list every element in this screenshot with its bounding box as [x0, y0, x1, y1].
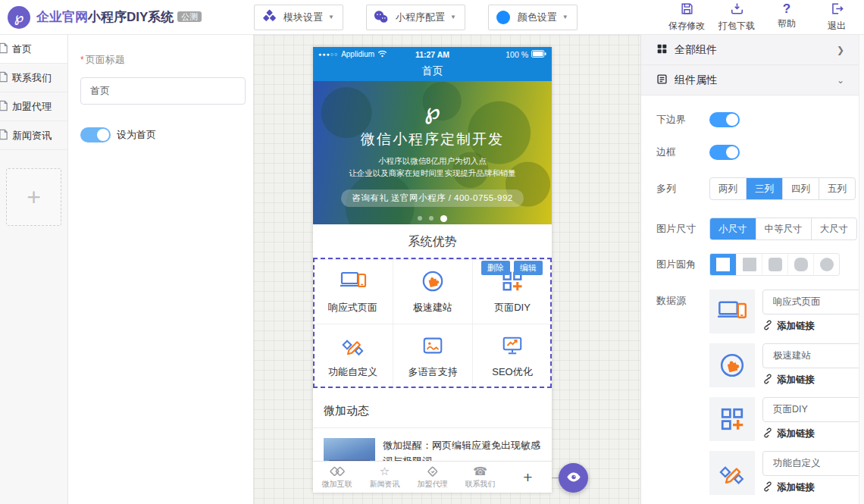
- hero-banner[interactable]: ℘ 微信小程序定制开发 小程序以微信8亿用户为切入点 让企业以及商家在短时间里实…: [313, 81, 552, 224]
- prop-row-border: 边框: [656, 145, 864, 160]
- tab-bar-item[interactable]: 加盟代理: [409, 462, 456, 493]
- download-button[interactable]: 打包下载: [715, 2, 758, 33]
- weijia-icon: [329, 465, 346, 478]
- columns-option[interactable]: 两列: [710, 178, 746, 199]
- panel-scrollbar[interactable]: [859, 35, 864, 504]
- color-settings-dropdown[interactable]: 颜色设置 ▼: [488, 5, 578, 30]
- page-list-items: 首页联系我们加盟代理新闻资讯: [0, 35, 67, 150]
- app-logo-icon: ℘: [8, 6, 30, 29]
- carousel-dot[interactable]: [440, 215, 447, 222]
- set-home-toggle[interactable]: [80, 127, 111, 142]
- color-circle-icon: [489, 11, 518, 24]
- data-source-item: 添加链接: [709, 397, 864, 441]
- tab-bar-item[interactable]: 微加互联: [313, 462, 361, 493]
- tab-bar-add-button[interactable]: +: [504, 462, 552, 493]
- prop-row-columns: 多列 两列三列四列五列: [656, 177, 864, 200]
- page-item-label: 新闻资讯: [12, 129, 52, 142]
- feature-cell[interactable]: 功能自定义: [313, 324, 393, 388]
- module-settings-label: 模块设置: [283, 11, 323, 24]
- image-radius-option[interactable]: [813, 254, 839, 275]
- data-source-fields: 添加链接: [762, 343, 864, 387]
- edit-component-button[interactable]: 编辑: [514, 261, 543, 275]
- image-size-option[interactable]: 中等尺寸: [756, 218, 811, 239]
- page-list-item[interactable]: 新闻资讯: [0, 121, 67, 150]
- component-properties-body: 下边界 边框 多列 两列三列四列五列 图片尺寸 小尺寸中等尺寸大尺寸 图片圆角 …: [641, 95, 864, 504]
- exit-button[interactable]: 退出: [815, 2, 858, 33]
- hero-subtitle-line2: 让企业以及商家在短时间里实现提升品牌和销量: [313, 167, 552, 179]
- columns-option[interactable]: 五列: [819, 178, 855, 199]
- feature-cell[interactable]: 多语言支持: [393, 324, 472, 388]
- editor-canvas: ●●●○○ Applidium 11:27 AM 100 % 首页 ℘ 微信小程…: [254, 35, 640, 504]
- page-list-item[interactable]: 加盟代理: [0, 92, 67, 121]
- radius-shape: [769, 258, 782, 271]
- border-toggle[interactable]: [709, 145, 740, 160]
- eye-icon: [566, 471, 581, 485]
- data-source-value-input[interactable]: [762, 290, 864, 315]
- bottom-border-toggle[interactable]: [709, 112, 740, 127]
- wechat-icon: [367, 9, 396, 25]
- download-label: 打包下载: [718, 20, 755, 33]
- add-link-button[interactable]: 添加链接: [762, 320, 864, 333]
- clock-label: 11:27 AM: [415, 50, 449, 59]
- header: ℘ 企业官网小程序DIY系统公测 模块设置 ▼ 小程序配置 ▼ 颜色设置 ▼: [0, 0, 864, 35]
- data-source-item: 添加链接: [709, 451, 864, 495]
- tab-bar-item[interactable]: ☆新闻资讯: [361, 462, 409, 493]
- module-settings-dropdown[interactable]: 模块设置 ▼: [254, 5, 343, 30]
- tab-bar-item-label: 加盟代理: [418, 479, 448, 490]
- phone-tab-bar: 微加互联☆新闻资讯加盟代理☎联系我们+: [313, 461, 552, 493]
- required-mark: *: [80, 55, 84, 65]
- data-source-item: 添加链接: [709, 343, 864, 387]
- image-size-segmented-control: 小尺寸中等尺寸大尺寸: [709, 218, 857, 240]
- component-properties-header[interactable]: 组件属性 ⌄: [641, 65, 864, 95]
- data-source-value-input[interactable]: [762, 343, 864, 368]
- phone-preview: ●●●○○ Applidium 11:27 AM 100 % 首页 ℘ 微信小程…: [313, 47, 552, 493]
- add-link-button[interactable]: 添加链接: [762, 481, 864, 494]
- feature-cell[interactable]: 极速建站: [393, 259, 472, 324]
- carousel-dot[interactable]: [418, 216, 422, 221]
- carousel-dot[interactable]: [429, 216, 434, 221]
- add-link-button[interactable]: 添加链接: [762, 374, 864, 387]
- download-icon: [730, 2, 744, 18]
- add-page-button[interactable]: +: [6, 168, 61, 226]
- help-button[interactable]: ? 帮助: [765, 2, 808, 33]
- columns-option[interactable]: 三列: [746, 178, 782, 199]
- preview-button[interactable]: [559, 463, 588, 493]
- puzzle-icon: [709, 343, 755, 387]
- chevron-down-icon: ▼: [450, 14, 456, 20]
- page-list-item[interactable]: 首页: [0, 35, 67, 64]
- image-radius-option[interactable]: [736, 254, 762, 275]
- feature-cell[interactable]: SEO优化: [472, 324, 552, 388]
- miniprogram-config-dropdown[interactable]: 小程序配置 ▼: [366, 5, 465, 30]
- selection-actions: 删除 编辑: [481, 261, 543, 275]
- columns-option[interactable]: 四列: [782, 178, 819, 199]
- all-components-header[interactable]: 全部组件 ❯: [641, 35, 864, 65]
- app-root: ℘ 企业官网小程序DIY系统公测 模块设置 ▼ 小程序配置 ▼ 颜色设置 ▼: [0, 0, 864, 504]
- miniprogram-config-label: 小程序配置: [396, 11, 445, 24]
- data-source-label: 数据源: [656, 290, 709, 504]
- component-properties-label: 组件属性: [675, 74, 717, 87]
- delete-component-button[interactable]: 删除: [481, 261, 510, 275]
- image-radius-option[interactable]: [787, 254, 813, 275]
- add-link-button[interactable]: 添加链接: [762, 427, 864, 440]
- wifi-icon: [377, 50, 387, 59]
- radius-shape: [716, 258, 730, 271]
- image-size-option[interactable]: 大尺寸: [811, 218, 857, 239]
- chevron-down-icon: ⌄: [837, 75, 844, 86]
- image-size-option[interactable]: 小尺寸: [710, 218, 756, 239]
- hero-logo-icon: ℘: [313, 98, 552, 124]
- document-icon: [656, 74, 668, 87]
- save-button[interactable]: 保存修改: [665, 2, 708, 33]
- page-list-item[interactable]: 联系我们: [0, 64, 67, 92]
- data-source-value-input[interactable]: [762, 397, 864, 422]
- image-radius-option[interactable]: [710, 254, 736, 275]
- feature-cell[interactable]: 响应式页面: [313, 259, 393, 324]
- page-settings-panel: *页面标题 设为首页: [68, 35, 254, 504]
- pencil-icon: [709, 451, 755, 495]
- image-radius-option[interactable]: [762, 254, 787, 275]
- data-source-value-input[interactable]: [762, 451, 864, 476]
- tab-bar-item[interactable]: ☎联系我们: [456, 462, 504, 493]
- page-item-label: 加盟代理: [12, 100, 52, 114]
- header-toolbar: 模块设置 ▼ 小程序配置 ▼ 颜色设置 ▼: [254, 5, 578, 30]
- data-source-item: 添加链接: [709, 290, 864, 333]
- page-title-input[interactable]: [80, 77, 246, 105]
